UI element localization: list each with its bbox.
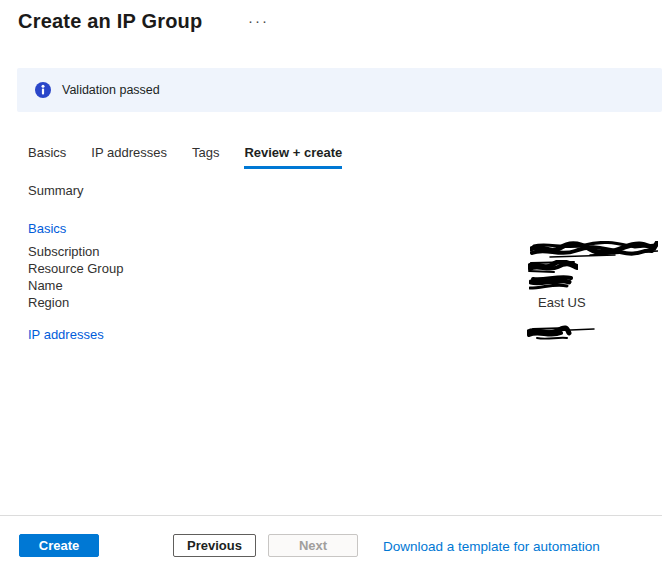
tab-ip-addresses[interactable]: IP addresses: [91, 145, 167, 169]
more-options-icon[interactable]: ···: [244, 8, 273, 33]
redacted-value-subscription: [530, 241, 658, 259]
create-ip-group-blade: Create an IP Group ··· Validation passed…: [0, 0, 662, 562]
redacted-value-resource-group: [528, 260, 578, 273]
row-label-resource-group: Resource Group: [28, 261, 123, 276]
previous-button[interactable]: Previous: [173, 534, 256, 557]
redacted-value-ip-addresses: [527, 325, 595, 341]
next-button: Next: [268, 534, 358, 557]
row-label-subscription: Subscription: [28, 244, 100, 259]
info-icon: [35, 82, 51, 98]
tab-bar: Basics IP addresses Tags Review + create: [28, 145, 342, 169]
summary-heading: Summary: [28, 183, 84, 198]
footer-divider: [0, 515, 662, 516]
row-value-region: East US: [538, 295, 586, 310]
section-link-ip-addresses[interactable]: IP addresses: [28, 327, 104, 342]
row-label-region: Region: [28, 295, 69, 310]
create-button[interactable]: Create: [19, 534, 99, 557]
tab-tags[interactable]: Tags: [192, 145, 219, 169]
section-link-basics[interactable]: Basics: [28, 221, 66, 236]
row-label-name: Name: [28, 278, 63, 293]
tab-basics[interactable]: Basics: [28, 145, 66, 169]
validation-banner-text: Validation passed: [62, 83, 160, 97]
validation-banner: Validation passed: [17, 68, 662, 112]
page-title: Create an IP Group: [18, 10, 202, 33]
redacted-value-name: [529, 275, 573, 290]
download-template-link[interactable]: Download a template for automation: [383, 539, 600, 554]
tab-review-create[interactable]: Review + create: [244, 145, 342, 169]
